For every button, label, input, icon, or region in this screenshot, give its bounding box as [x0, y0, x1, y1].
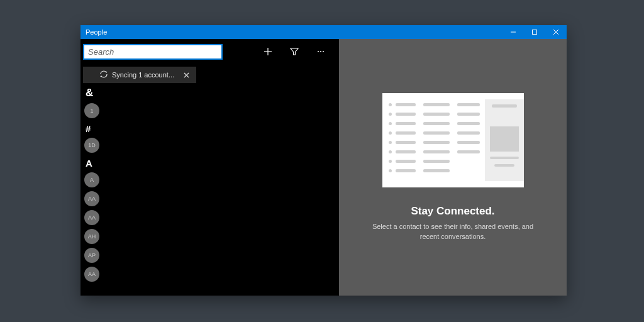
- window-title: People: [86, 25, 107, 39]
- maximize-button[interactable]: [524, 25, 545, 39]
- svg-rect-1: [533, 30, 537, 35]
- sync-banner: Syncing 1 account...: [83, 67, 196, 83]
- detail-pane: Stay Connected. Select a contact to see …: [339, 39, 567, 296]
- section-header[interactable]: &: [83, 84, 339, 101]
- ellipsis-icon: [316, 47, 325, 56]
- maximize-icon: [531, 29, 538, 35]
- contact-row[interactable]: AA: [83, 209, 339, 226]
- minimize-button[interactable]: [502, 25, 524, 39]
- close-button[interactable]: [545, 25, 567, 39]
- contact-row[interactable]: 1: [83, 102, 339, 119]
- empty-state-subtitle: Select a contact to see their info, shar…: [371, 221, 535, 242]
- minimize-icon: [510, 29, 516, 35]
- contact-list-pane: Search Syncing 1 ac: [80, 39, 339, 296]
- avatar: AA: [84, 210, 99, 225]
- svg-point-7: [318, 51, 319, 52]
- contact-row[interactable]: AA: [83, 190, 339, 208]
- contact-row[interactable]: AA: [83, 265, 339, 283]
- titlebar[interactable]: People: [80, 25, 567, 39]
- people-window: People Search: [80, 25, 567, 296]
- sync-text: Syncing 1 account...: [112, 71, 174, 79]
- avatar: AA: [84, 267, 99, 282]
- empty-state-title: Stay Connected.: [411, 205, 494, 218]
- close-icon: [184, 72, 189, 78]
- content: Search Syncing 1 ac: [80, 39, 567, 296]
- contact-row[interactable]: 1D: [83, 136, 339, 154]
- more-button[interactable]: [310, 43, 331, 60]
- contact-list[interactable]: &1#1DAAAAAAAHAPAA: [80, 83, 339, 296]
- avatar: A: [84, 172, 99, 187]
- add-contact-button[interactable]: [257, 43, 279, 60]
- plus-icon: [264, 47, 272, 56]
- svg-point-8: [320, 51, 321, 52]
- svg-marker-6: [291, 48, 298, 55]
- avatar: 1: [84, 103, 99, 118]
- search-input[interactable]: Search: [83, 44, 223, 60]
- avatar: AH: [84, 229, 99, 244]
- close-icon: [553, 29, 559, 35]
- contact-row[interactable]: AH: [83, 228, 339, 245]
- contact-row[interactable]: A: [83, 171, 339, 189]
- avatar: AP: [84, 248, 99, 263]
- section-header[interactable]: A: [83, 155, 339, 170]
- sync-dismiss-button[interactable]: [180, 67, 192, 83]
- avatar: AA: [84, 191, 99, 206]
- filter-icon: [290, 47, 299, 56]
- sync-icon: [99, 70, 108, 79]
- filter-button[interactable]: [284, 43, 305, 60]
- svg-point-9: [323, 51, 324, 52]
- avatar: 1D: [84, 138, 99, 153]
- empty-state-illustration: [382, 93, 524, 187]
- section-header[interactable]: #: [83, 121, 339, 135]
- toolbar: Search: [80, 39, 339, 63]
- contact-row[interactable]: AP: [83, 247, 339, 264]
